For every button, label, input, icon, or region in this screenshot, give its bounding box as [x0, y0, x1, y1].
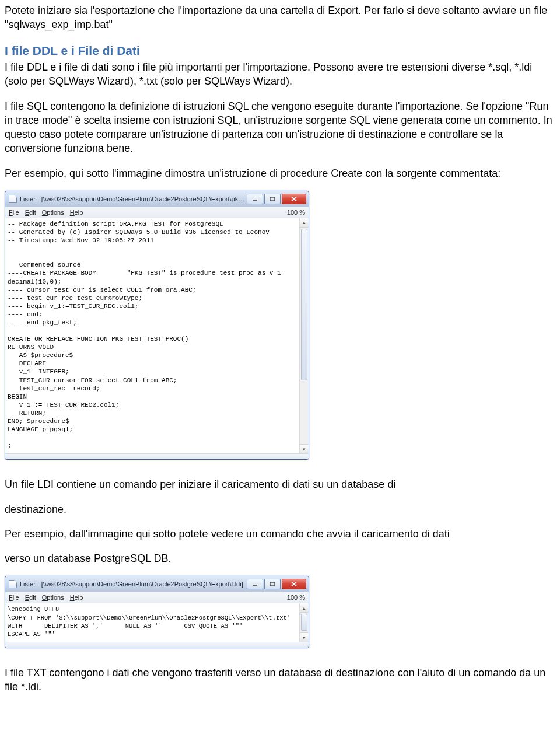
close-button[interactable]: [282, 194, 306, 204]
minimize-button[interactable]: [247, 579, 263, 589]
svg-rect-5: [270, 582, 275, 586]
statusbar: [5, 453, 309, 459]
menubar: File Edit Options Help 100 %: [5, 207, 309, 218]
menu-file[interactable]: File: [9, 208, 19, 217]
titlebar[interactable]: Lister - [\\ws028\s$\support\Demo\GreenP…: [5, 191, 309, 207]
maximize-button[interactable]: [264, 194, 281, 204]
menu-help[interactable]: Help: [70, 593, 83, 602]
scroll-up-icon[interactable]: ▴: [300, 603, 309, 613]
heading-ddl-dati: I file DDL e i File di Dati: [5, 43, 555, 59]
paragraph-ldi-postgres: verso un database PostgreSQL DB.: [5, 551, 555, 565]
menu-edit[interactable]: Edit: [25, 208, 36, 217]
minimize-button[interactable]: [247, 194, 263, 204]
scroll-thumb[interactable]: [301, 614, 307, 631]
vertical-scrollbar[interactable]: ▴ ▾: [299, 218, 309, 453]
titlebar[interactable]: Lister - [\\ws028\s$\support\Demo\GreenP…: [5, 576, 309, 592]
zoom-percent: 100 %: [287, 593, 305, 602]
close-button[interactable]: [282, 579, 306, 589]
window-title: Lister - [\\ws028\s$\support\Demo\GreenP…: [20, 195, 246, 204]
vertical-scrollbar[interactable]: ▴ ▾: [299, 603, 309, 642]
scroll-up-icon[interactable]: ▴: [300, 218, 309, 228]
paragraph-example-intro: Per esempio, qui sotto l'immagine dimost…: [5, 166, 555, 180]
lister-window-tldi: Lister - [\\ws028\s$\support\Demo\GreenP…: [5, 576, 309, 648]
document-icon: [9, 580, 17, 588]
document-icon: [9, 195, 17, 203]
paragraph-ldi-dest: destinazione.: [5, 502, 555, 516]
lister-window-pkgtest: Lister - [\\ws028\s$\support\Demo\GreenP…: [5, 191, 309, 460]
code-content[interactable]: \encoding UTF8 \COPY T FROM 'S:\\support…: [5, 603, 299, 642]
window-title: Lister - [\\ws028\s$\support\Demo\GreenP…: [20, 580, 246, 589]
statusbar: [5, 642, 309, 648]
paragraph-ddl-extensions: I file DDL e i file di dati sono i file …: [5, 60, 555, 89]
menu-options[interactable]: Options: [42, 208, 64, 217]
paragraph-ldi-example: Per esempio, dall'immagine qui sotto pot…: [5, 527, 555, 541]
scroll-thumb[interactable]: [301, 229, 307, 380]
menu-options[interactable]: Options: [42, 593, 64, 602]
menu-edit[interactable]: Edit: [25, 593, 36, 602]
maximize-button[interactable]: [264, 579, 281, 589]
paragraph-ldi: Un file LDI contiene un comando per iniz…: [5, 477, 555, 491]
paragraph-txt: I file TXT contengono i dati che vengono…: [5, 666, 555, 694]
menu-help[interactable]: Help: [70, 208, 83, 217]
paragraph-sql-definition: I file SQL contengono la definizione di …: [5, 99, 555, 156]
zoom-percent: 100 %: [287, 208, 305, 217]
svg-rect-1: [270, 197, 275, 201]
menubar: File Edit Options Help 100 %: [5, 592, 309, 603]
menu-file[interactable]: File: [9, 593, 19, 602]
scroll-down-icon[interactable]: ▾: [300, 632, 309, 642]
code-content[interactable]: -- Package definition script ORA.PKG_TES…: [5, 218, 299, 453]
paragraph-intro: Potete iniziare sia l'esportazione che l…: [5, 4, 555, 32]
scroll-down-icon[interactable]: ▾: [300, 444, 309, 453]
